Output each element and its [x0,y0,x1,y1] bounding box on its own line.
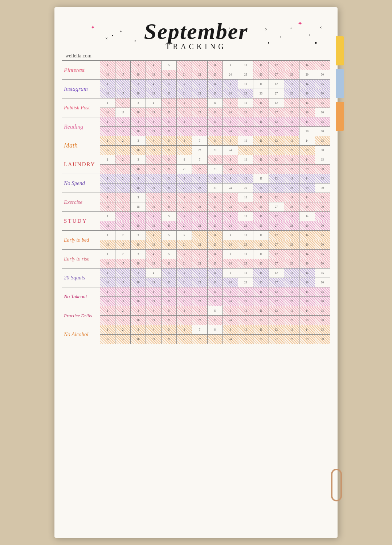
day-cell: 15 [315,306,330,316]
day-cell: 18 [131,202,146,212]
day-cell: 9 [222,306,238,316]
day-cell: 22 [192,221,207,231]
day-cell: 16 [100,221,115,231]
day-cell: 11 [253,250,269,259]
day-cell: 8 [207,174,222,183]
day-cell: 13 [284,61,299,70]
day-cell: 4 [146,269,161,278]
day-cell: 6 [177,98,192,108]
day-cell: 24 [222,240,238,250]
day-cell: 25 [238,221,253,231]
day-cell: 16 [100,278,115,287]
day-cell: 14 [299,136,315,146]
day-cell: 20 [161,108,176,117]
day-cell: 3 [131,269,146,278]
day-cell: 17 [115,127,130,136]
day-cell: 5 [161,174,176,183]
day-cell: 25 [238,278,253,287]
day-cell: 5 [161,61,176,70]
day-cell: 30 [315,70,330,80]
day-cell: 20 [161,259,176,269]
day-cell: 7 [192,117,207,127]
day-cell: 26 [253,165,269,174]
day-cell: 8 [207,80,222,89]
day-cell: 10 [238,61,253,70]
day-cell: 17 [115,183,130,193]
day-cell: 8 [207,193,222,202]
day-cell: 1 [100,269,115,278]
day-cell: 12 [269,80,284,89]
day-cell: 29 [299,278,315,287]
day-cell: 27 [269,221,284,231]
day-cell: 25 [238,108,253,117]
day-cell: 29 [299,146,315,155]
day-cell: 14 [299,155,315,165]
day-cell: 2 [115,287,130,297]
day-cell: 8 [207,231,222,240]
day-cell: 6 [177,193,192,202]
day-cell: 1 [100,193,115,202]
day-cell: 3 [131,174,146,183]
day-cell: 14 [299,269,315,278]
day-cell: 12 [269,193,284,202]
day-cell: 21 [177,165,192,174]
day-cell: 9 [222,325,238,335]
day-cell: 15 [315,231,330,240]
day-cell: 18 [131,221,146,231]
day-cell: 30 [315,146,330,155]
day-cell: 14 [299,80,315,89]
day-cell: 16 [100,202,115,212]
day-cell: 26 [253,146,269,155]
day-cell: 4 [146,98,161,108]
habit-label-math: Math [62,136,100,155]
day-cell: 20 [161,146,176,155]
day-cell: 13 [284,80,299,89]
day-cell: 10 [238,117,253,127]
day-cell: 2 [115,193,130,202]
day-cell: 13 [284,250,299,259]
day-cell: 10 [238,136,253,146]
day-cell: 26 [253,108,269,117]
day-cell: 19 [146,335,161,344]
day-cell: 3 [131,98,146,108]
day-cell: 18 [131,89,146,98]
day-cell: 27 [269,297,284,306]
day-cell: 26 [253,89,269,98]
day-cell: 25 [238,316,253,325]
day-cell: 15 [315,117,330,127]
day-cell: 6 [177,117,192,127]
day-cell: 21 [177,89,192,98]
day-cell: 27 [269,146,284,155]
day-cell: 28 [284,202,299,212]
day-cell: 2 [115,98,130,108]
day-cell: 20 [161,70,176,80]
day-cell: 22 [192,202,207,212]
day-cell: 9 [222,287,238,297]
day-cell: 13 [284,155,299,165]
day-cell: 2 [115,306,130,316]
day-cell: 23 [207,70,222,80]
day-cell: 17 [115,221,130,231]
day-cell: 20 [161,316,176,325]
day-cell: 5 [161,250,176,259]
day-cell: 9 [222,174,238,183]
day-cell: 11 [253,174,269,183]
day-cell: 14 [299,212,315,221]
day-cell: 11 [253,306,269,316]
day-cell: 18 [131,165,146,174]
day-cell: 14 [299,174,315,183]
day-cell: 19 [146,221,161,231]
day-cell: 16 [100,316,115,325]
day-cell: 12 [269,287,284,297]
day-cell: 4 [146,155,161,165]
day-cell: 20 [161,89,176,98]
day-cell: 26 [253,202,269,212]
day-cell: 11 [253,80,269,89]
day-cell: 3 [131,61,146,70]
day-cell: 7 [192,325,207,335]
day-cell: 4 [146,136,161,146]
day-cell: 19 [146,297,161,306]
day-cell: 3 [131,250,146,259]
habit-label-study: Study [62,212,100,231]
day-cell: 2 [115,269,130,278]
